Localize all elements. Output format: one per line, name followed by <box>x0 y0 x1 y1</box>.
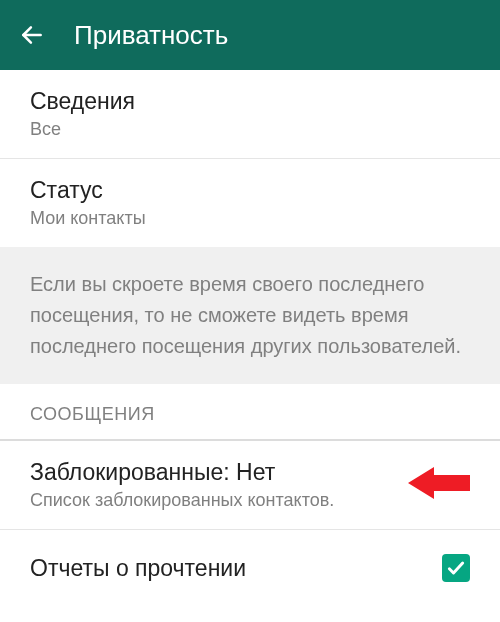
red-arrow-left-icon <box>408 464 470 502</box>
setting-about[interactable]: Сведения Все <box>0 70 500 159</box>
section-header-messages: СООБЩЕНИЯ <box>0 384 500 441</box>
setting-read-receipts-title: Отчеты о прочтении <box>30 555 246 582</box>
back-button[interactable] <box>18 21 46 49</box>
setting-about-subtitle: Все <box>30 119 470 140</box>
back-arrow-icon <box>19 22 45 48</box>
annotation-arrow <box>408 464 470 506</box>
setting-about-title: Сведения <box>30 88 470 115</box>
setting-read-receipts[interactable]: Отчеты о прочтении <box>0 530 500 600</box>
read-receipts-checkbox[interactable] <box>442 554 470 582</box>
setting-blocked-title: Заблокированные: Нет <box>30 459 470 486</box>
setting-status-title: Статус <box>30 177 470 204</box>
header-bar: Приватность <box>0 0 500 70</box>
setting-status-subtitle: Мои контакты <box>30 208 470 229</box>
info-notice: Если вы скроете время своего последнего … <box>0 247 500 384</box>
page-title: Приватность <box>74 20 228 51</box>
check-icon <box>446 558 466 578</box>
svg-marker-1 <box>408 467 470 499</box>
setting-status[interactable]: Статус Мои контакты <box>0 159 500 247</box>
setting-blocked-subtitle: Список заблокированных контактов. <box>30 490 470 511</box>
setting-blocked[interactable]: Заблокированные: Нет Список заблокирован… <box>0 441 500 530</box>
